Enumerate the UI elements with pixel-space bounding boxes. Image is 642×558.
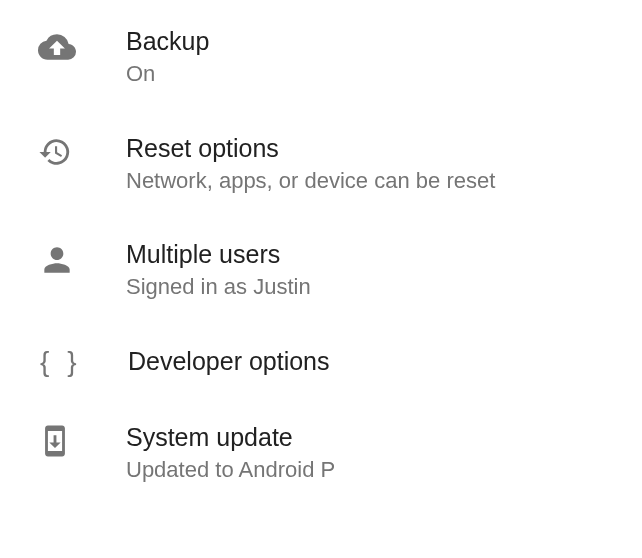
settings-item-update[interactable]: System update Updated to Android P bbox=[0, 400, 642, 507]
settings-text: Backup On bbox=[126, 26, 209, 89]
settings-title: Backup bbox=[126, 26, 209, 56]
settings-text: Developer options bbox=[128, 346, 330, 376]
settings-item-users[interactable]: Multiple users Signed in as Justin bbox=[0, 217, 642, 324]
settings-subtitle: On bbox=[126, 60, 209, 89]
restore-icon bbox=[38, 133, 126, 169]
settings-subtitle: Network, apps, or device can be reset bbox=[126, 167, 495, 196]
system-update-icon bbox=[38, 422, 126, 458]
person-icon bbox=[38, 239, 126, 279]
settings-title: Reset options bbox=[126, 133, 495, 163]
settings-text: Reset options Network, apps, or device c… bbox=[126, 133, 495, 196]
settings-text: System update Updated to Android P bbox=[126, 422, 335, 485]
settings-text: Multiple users Signed in as Justin bbox=[126, 239, 311, 302]
settings-subtitle: Signed in as Justin bbox=[126, 273, 311, 302]
settings-item-backup[interactable]: Backup On bbox=[0, 4, 642, 111]
settings-title: Multiple users bbox=[126, 239, 311, 269]
settings-item-developer[interactable]: { } Developer options bbox=[0, 324, 642, 400]
settings-title: System update bbox=[126, 422, 335, 452]
cloud-upload-icon bbox=[38, 26, 126, 66]
settings-title: Developer options bbox=[128, 346, 330, 376]
settings-subtitle: Updated to Android P bbox=[126, 456, 335, 485]
settings-item-reset[interactable]: Reset options Network, apps, or device c… bbox=[0, 111, 642, 218]
braces-icon: { } bbox=[40, 346, 128, 378]
settings-list: Backup On Reset options Network, apps, o… bbox=[0, 0, 642, 506]
